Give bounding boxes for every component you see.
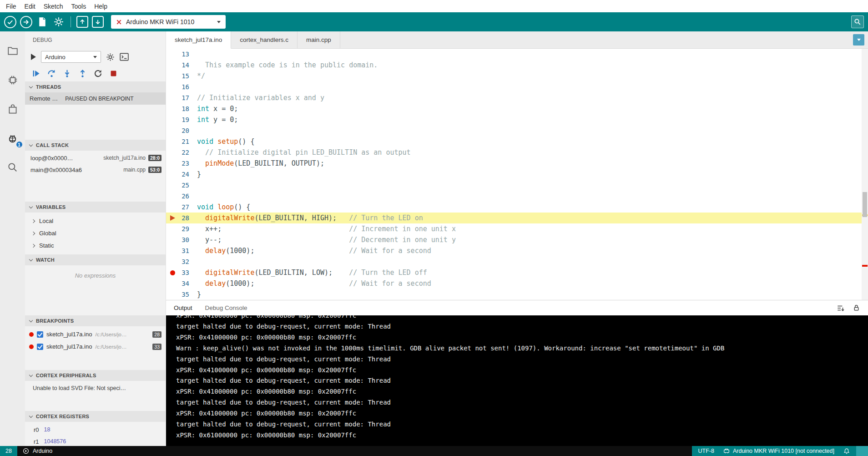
gutter[interactable] [166, 114, 179, 125]
sidebar-item-library-manager[interactable] [6, 102, 20, 116]
step-over-button[interactable] [47, 69, 56, 78]
gutter[interactable] [166, 256, 179, 267]
tab-cortex_handlers.c[interactable]: cortex_handlers.c [231, 31, 298, 48]
menu-item-file[interactable]: File [2, 0, 20, 12]
breakpoint-item[interactable]: sketch_jul17a.ino/c:/Users/jo…28 [25, 328, 166, 340]
gutter[interactable] [166, 81, 179, 92]
output-terminal: xPSR: 0x41000000 pc: 0x00000b80 msp: 0x2… [166, 315, 868, 446]
board-selector[interactable]: Arduino MKR WiFi 1010 [111, 15, 226, 29]
debug-button[interactable] [52, 15, 65, 28]
menu-item-tools[interactable]: Tools [67, 0, 91, 12]
breakpoint-checkbox[interactable] [37, 331, 43, 338]
code-line-17: 17// Initialize variables x and y [166, 92, 868, 103]
variable-group-local[interactable]: Local [25, 215, 166, 227]
line-number: 20 [179, 125, 197, 136]
breakpoint-item[interactable]: sketch_jul17a.ino/c:/Users/jo…33 [25, 340, 166, 353]
new-sketch-button[interactable] [36, 15, 49, 28]
code-line-18: 18int x = 0; [166, 103, 868, 114]
section-header-cortex-registers[interactable]: CORTEX REGISTERS [25, 411, 166, 422]
thread-row[interactable]: Remote … PAUSED ON BREAKPOINT [25, 92, 166, 105]
upload-button[interactable] [20, 16, 32, 28]
paused-arrow-gutter[interactable] [166, 213, 179, 223]
gutter[interactable] [166, 223, 179, 234]
gutter[interactable] [166, 278, 179, 289]
sidebar-item-search[interactable] [6, 161, 20, 174]
status-debug-session[interactable]: Arduino [17, 446, 692, 456]
code-text: */ [197, 71, 205, 81]
chevron-down-icon [29, 84, 33, 88]
sidebar-item-boards-manager[interactable] [6, 73, 20, 87]
gutter[interactable] [166, 92, 179, 103]
variable-group-label: Static [39, 242, 54, 249]
variable-group-global[interactable]: Global [25, 227, 166, 239]
call-stack-frame[interactable]: loop@0x0000…sketch_jul17a.ino28:0 [25, 152, 166, 164]
chevron-down-icon [29, 414, 33, 417]
step-into-button[interactable] [63, 69, 71, 78]
save-button[interactable] [92, 16, 104, 28]
section-header-call-stack[interactable]: CALL STACK [25, 140, 166, 151]
step-out-button[interactable] [78, 69, 87, 78]
gutter[interactable] [166, 180, 179, 191]
scrollbar-thumb[interactable] [863, 192, 867, 217]
variable-group-static[interactable]: Static [25, 239, 166, 252]
section-header-breakpoints[interactable]: BREAKPOINTS [25, 315, 166, 326]
gutter[interactable] [166, 245, 179, 256]
gutter[interactable] [166, 289, 179, 300]
gutter[interactable] [166, 136, 179, 147]
gutter[interactable] [166, 191, 179, 202]
terminal-line: target halted due to debug-request, curr… [176, 354, 868, 365]
sidebar-item-debug[interactable]: 1 [6, 132, 20, 145]
section-header-watch[interactable]: WATCH [25, 254, 166, 265]
section-header-cortex-peripherals[interactable]: CORTEX PERIPHERALS [25, 370, 166, 381]
gutter[interactable] [166, 158, 179, 169]
breakpoint-checkbox[interactable] [37, 344, 43, 350]
open-button[interactable] [76, 16, 88, 28]
serial-monitor-button[interactable] [851, 15, 864, 28]
gutter[interactable] [166, 71, 179, 81]
menu-item-edit[interactable]: Edit [20, 0, 40, 12]
status-corner[interactable] [856, 446, 868, 456]
menu-item-sketch[interactable]: Sketch [40, 0, 67, 12]
code-line-25: 25 [166, 180, 868, 191]
tab-overflow-button[interactable] [853, 34, 864, 46]
line-number: 34 [179, 278, 197, 289]
gutter[interactable] [166, 147, 179, 158]
gutter[interactable] [166, 125, 179, 136]
bell-icon[interactable] [843, 448, 850, 455]
start-debug-icon[interactable] [31, 54, 36, 60]
gutter[interactable] [166, 60, 179, 71]
status-encoding[interactable]: UTF-8 [698, 448, 714, 454]
register-row-r0[interactable]: r018 [25, 424, 166, 436]
debug-console-icon[interactable] [120, 53, 129, 61]
breakpoint-gutter[interactable] [166, 267, 179, 278]
gutter[interactable] [166, 49, 179, 60]
gutter[interactable] [166, 234, 179, 245]
output-tab-output[interactable]: Output [174, 304, 192, 311]
continue-button[interactable] [32, 69, 40, 78]
gutter[interactable] [166, 103, 179, 114]
section-header-threads[interactable]: THREADS [25, 81, 166, 92]
code-line-28: 28 digitalWrite(LED_BUILTIN, HIGH); // T… [166, 213, 868, 223]
debug-config-select[interactable]: Arduino [41, 51, 101, 63]
register-row-r1[interactable]: r11048576 [25, 436, 166, 446]
lock-icon[interactable] [853, 304, 860, 312]
stop-button[interactable] [109, 69, 118, 78]
gutter[interactable] [166, 169, 179, 180]
restart-button[interactable] [94, 69, 102, 78]
breakpoint-path: /c:/Users/jo… [95, 332, 149, 337]
section-header-variables[interactable]: VARIABLES [25, 202, 166, 213]
editor-scrollbar[interactable] [862, 49, 868, 300]
call-stack-frame[interactable]: main@0x000034a6main.cpp53:0 [25, 164, 166, 176]
status-board[interactable]: Arduino MKR WiFi 1010 [not connected] [723, 448, 834, 454]
status-line-indicator[interactable]: 28 [0, 446, 17, 456]
gutter[interactable] [166, 202, 179, 213]
gear-icon[interactable] [106, 53, 115, 61]
sidebar-item-sketchbook[interactable] [6, 44, 20, 58]
tab-main.cpp[interactable]: main.cpp [298, 31, 340, 48]
autoscroll-icon[interactable] [837, 304, 845, 312]
tab-sketch_jul17a.ino[interactable]: sketch_jul17a.ino [166, 31, 231, 49]
verify-button[interactable] [4, 16, 16, 28]
output-tab-debug-console[interactable]: Debug Console [205, 304, 247, 311]
menu-item-help[interactable]: Help [90, 0, 111, 12]
code-editor[interactable]: 1314 This example code is in the public … [166, 49, 868, 300]
